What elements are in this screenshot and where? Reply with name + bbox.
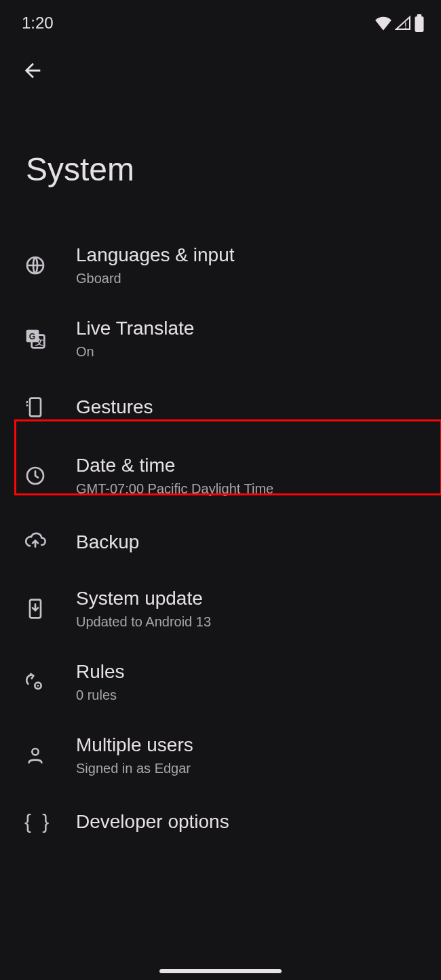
item-title: Multiple users [76,734,422,757]
svg-point-15 [32,749,38,755]
svg-point-14 [37,685,39,687]
settings-item-rules[interactable]: Rules 0 rules [0,645,441,719]
settings-item-gestures[interactable]: Gestures [0,375,441,439]
settings-list: Languages & input Gboard G文 Live Transla… [0,229,441,852]
svg-rect-8 [30,398,41,417]
status-time: 1:20 [22,14,54,33]
globe-icon [24,255,46,276]
settings-item-live-translate[interactable]: G文 Live Translate On [0,302,441,375]
svg-point-10 [26,404,28,407]
svg-rect-2 [417,14,422,17]
item-subtitle: Signed in as Edgar [76,759,422,777]
item-subtitle: 0 rules [76,686,422,704]
status-icons: ! [375,14,425,32]
item-subtitle: Updated to Android 13 [76,613,422,630]
settings-item-developer-options[interactable]: { } Developer options [0,792,441,852]
rules-icon [24,671,46,693]
back-button[interactable] [16,54,49,87]
page-title: System [0,87,441,229]
svg-text:文: 文 [35,337,43,347]
braces-icon: { } [24,810,52,833]
item-subtitle: Gboard [76,269,422,287]
item-title: Languages & input [76,244,422,267]
svg-text:!: ! [404,20,407,31]
status-bar: 1:20 ! [0,0,441,38]
gesture-phone-icon [24,396,46,418]
item-title: System update [76,587,422,610]
item-subtitle: On [76,343,422,360]
settings-item-languages[interactable]: Languages & input Gboard [0,229,441,302]
wifi-icon [375,16,392,31]
item-title: Developer options [76,810,422,833]
item-title: Date & time [76,454,422,477]
translate-icon: G文 [24,328,46,350]
settings-item-date-time[interactable]: Date & time GMT-07:00 Pacific Daylight T… [0,439,441,512]
item-title: Gestures [76,396,422,419]
battery-icon [414,14,425,32]
person-icon [24,745,46,766]
settings-item-system-update[interactable]: System update Updated to Android 13 [0,572,441,645]
system-update-icon [24,598,46,620]
settings-item-backup[interactable]: Backup [0,512,441,572]
svg-text:G: G [29,332,35,341]
arrow-left-icon [21,59,44,82]
item-title: Backup [76,531,422,554]
cellular-icon: ! [395,16,411,31]
item-title: Live Translate [76,317,422,340]
gesture-nav-bar[interactable] [159,969,282,973]
item-subtitle: GMT-07:00 Pacific Daylight Time [76,480,422,497]
toolbar [0,38,441,87]
clock-icon [24,465,46,487]
item-title: Rules [76,660,422,683]
cloud-upload-icon [24,531,46,553]
svg-rect-1 [415,16,424,32]
settings-item-multiple-users[interactable]: Multiple users Signed in as Edgar [0,719,441,792]
